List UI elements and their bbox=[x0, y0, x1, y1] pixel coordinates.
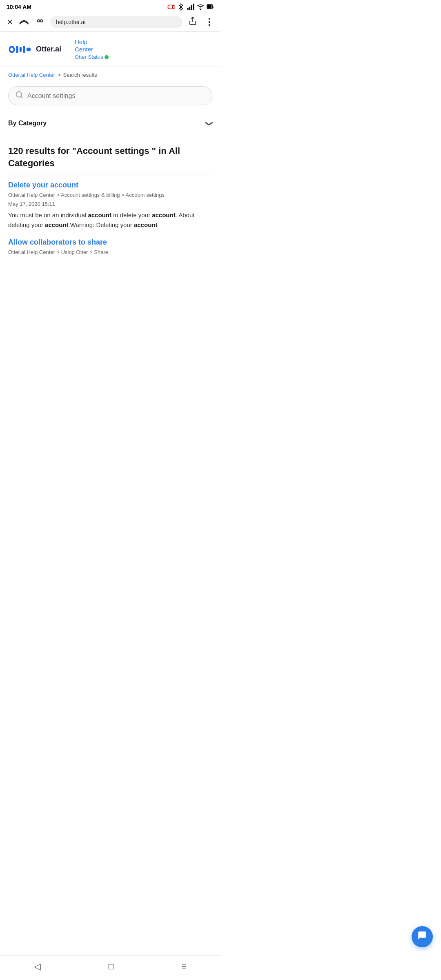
more-menu-button[interactable]: ⋮ bbox=[203, 15, 216, 29]
search-input[interactable] bbox=[27, 92, 205, 100]
url-text: help.otter.ai bbox=[56, 19, 85, 25]
results-divider bbox=[8, 174, 212, 174]
result-breadcrumb-2: Otter.ai Help Center > Using Otter > Sha… bbox=[8, 248, 212, 256]
result-title-1[interactable]: Delete your account bbox=[8, 181, 212, 189]
logo-text: Otter.ai bbox=[36, 45, 61, 53]
svg-rect-21 bbox=[27, 47, 28, 51]
spacer bbox=[0, 134, 220, 138]
svg-point-12 bbox=[40, 20, 43, 22]
logo-area[interactable]: Otter.ai bbox=[8, 42, 61, 57]
result-item-2: Allow collaborators to share Otter.ai He… bbox=[8, 238, 212, 266]
battery-icon bbox=[207, 3, 214, 11]
wifi-icon bbox=[197, 3, 204, 11]
svg-point-22 bbox=[16, 92, 22, 97]
site-header: Otter.ai Help Center Otter Status bbox=[0, 32, 220, 67]
url-bar[interactable]: help.otter.ai bbox=[50, 16, 183, 28]
results-section: 120 results for "Account settings " in A… bbox=[0, 138, 220, 266]
otter-status-area[interactable]: Otter Status bbox=[75, 54, 109, 60]
tabs-icon[interactable] bbox=[34, 15, 46, 29]
svg-point-6 bbox=[200, 9, 201, 10]
dropdown-button[interactable]: ❮ bbox=[18, 17, 31, 27]
share-button[interactable] bbox=[187, 15, 199, 29]
svg-rect-0 bbox=[168, 5, 173, 9]
result-date-1: May 17, 2020 15:11 bbox=[8, 201, 212, 207]
network-icon bbox=[187, 3, 194, 11]
search-icon bbox=[15, 91, 23, 101]
breadcrumb-current: Search results bbox=[63, 72, 97, 78]
search-box[interactable] bbox=[8, 86, 212, 105]
svg-rect-4 bbox=[191, 5, 192, 10]
help-label: Help bbox=[75, 38, 109, 46]
svg-rect-8 bbox=[207, 5, 212, 9]
breadcrumb-home-link[interactable]: Otter.ai Help Center bbox=[8, 72, 55, 78]
breadcrumb: Otter.ai Help Center > Search results bbox=[0, 67, 220, 83]
status-icons bbox=[167, 3, 214, 11]
header-links: Help Center Otter Status bbox=[75, 38, 109, 60]
svg-rect-5 bbox=[193, 4, 194, 10]
svg-rect-3 bbox=[189, 7, 190, 10]
page-content: Otter.ai Help Center Otter Status Otter.… bbox=[0, 32, 220, 266]
browser-bar: ✕ ❮ help.otter.ai ⋮ bbox=[0, 12, 220, 32]
svg-line-23 bbox=[21, 96, 22, 98]
results-heading: 120 results for "Account settings " in A… bbox=[8, 145, 212, 169]
result-snippet-1: You must be on an individual account to … bbox=[8, 210, 212, 230]
status-bar: 10:04 AM bbox=[0, 0, 220, 12]
otter-status-label: Otter Status bbox=[75, 54, 103, 60]
svg-rect-2 bbox=[187, 8, 189, 10]
close-tab-button[interactable]: ✕ bbox=[5, 16, 15, 29]
bluetooth-icon bbox=[177, 3, 185, 11]
svg-point-11 bbox=[38, 20, 40, 22]
category-filter-label: By Category bbox=[8, 120, 47, 127]
svg-rect-17 bbox=[16, 46, 18, 53]
status-dot bbox=[105, 55, 109, 59]
svg-rect-19 bbox=[23, 46, 25, 53]
header-divider bbox=[68, 41, 68, 58]
search-container bbox=[0, 83, 220, 112]
result-item-1: Delete your account Otter.ai Help Center… bbox=[8, 181, 212, 238]
help-center-link[interactable]: Help Center bbox=[75, 38, 109, 53]
otter-logo-icon bbox=[8, 42, 33, 57]
result-breadcrumb-1: Otter.ai Help Center > Account settings … bbox=[8, 191, 212, 199]
svg-point-16 bbox=[10, 47, 13, 51]
status-time: 10:04 AM bbox=[7, 4, 31, 10]
svg-marker-1 bbox=[172, 5, 174, 9]
svg-rect-18 bbox=[20, 47, 22, 52]
breadcrumb-separator: > bbox=[58, 72, 61, 78]
chevron-down-icon: ❯ bbox=[205, 120, 214, 127]
video-icon bbox=[167, 3, 175, 11]
category-filter[interactable]: By Category ❯ bbox=[0, 112, 220, 134]
result-title-2[interactable]: Allow collaborators to share bbox=[8, 238, 212, 247]
center-label: Center bbox=[75, 46, 109, 53]
